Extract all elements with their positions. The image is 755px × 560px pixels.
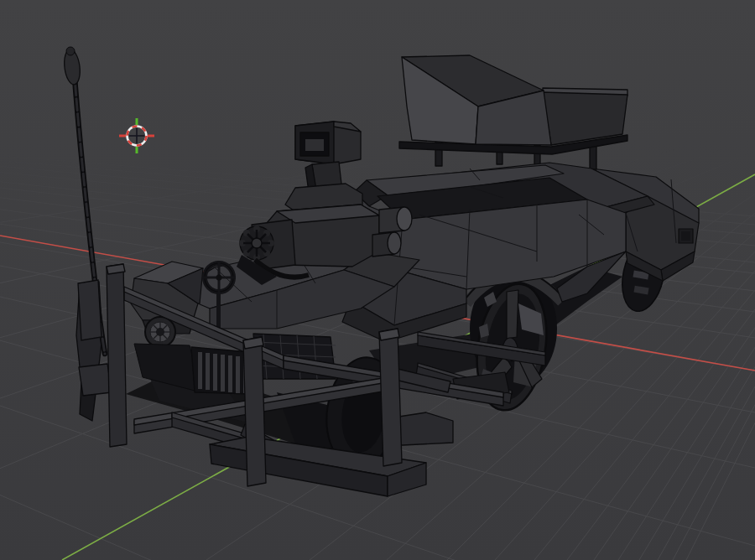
cage-post-left <box>107 264 127 447</box>
antenna-base <box>78 280 102 340</box>
viewport-3d[interactable] <box>0 0 755 560</box>
pulley-wheel <box>239 226 274 261</box>
intake-scoop <box>295 122 361 164</box>
cage-post-right <box>379 329 402 466</box>
foot-block <box>79 364 112 396</box>
cage-post-center <box>243 337 266 486</box>
license-plate <box>679 229 693 243</box>
